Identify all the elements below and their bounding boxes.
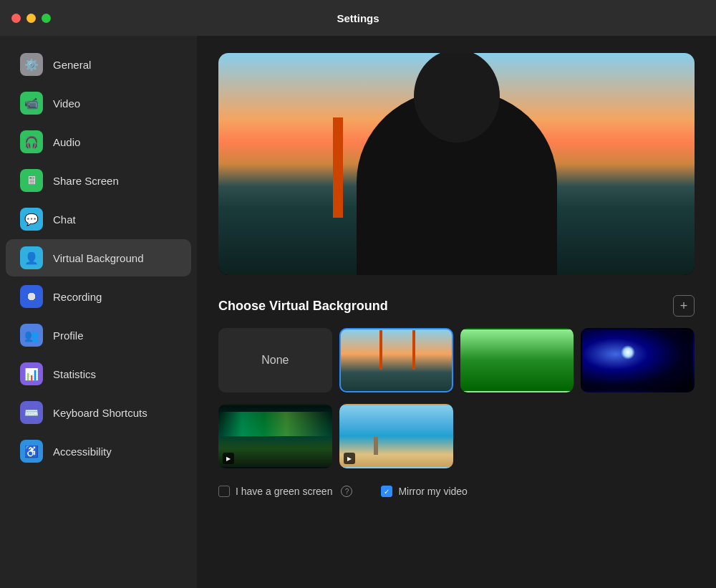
sidebar-label-general: General [53,59,91,71]
recording-icon: ⏺ [20,285,43,308]
aurora-lights [220,412,331,436]
sidebar-item-statistics[interactable]: 📊 Statistics [6,355,191,392]
background-grass[interactable] [460,328,574,392]
thumb-star [621,345,635,360]
empty-slot-2 [581,404,695,468]
sidebar-item-keyboard-shortcuts[interactable]: ⌨️ Keyboard Shortcuts [6,394,191,431]
fullscreen-button[interactable] [42,14,51,23]
empty-slot-1 [460,404,574,468]
chat-icon: 💬 [20,208,43,231]
add-background-button[interactable]: + [673,295,695,317]
help-icon[interactable]: ? [341,486,352,497]
traffic-lights [11,14,51,23]
sidebar-item-profile[interactable]: 👥 Profile [6,317,191,354]
section-header: Choose Virtual Background + [218,295,695,317]
mirror-video-checkbox[interactable]: ✓ [381,486,392,497]
titlebar: Settings [0,0,716,36]
sidebar-item-general[interactable]: ⚙️ General [6,46,191,83]
sidebar-label-virtual-background: Virtual Background [53,252,143,264]
mirror-video-option[interactable]: ✓ Mirror my video [381,486,467,497]
sidebar: ⚙️ General 📹 Video 🎧 Audio 🖥 Share Scree… [0,36,197,588]
sidebar-item-accessibility[interactable]: ♿ Accessibility [6,433,191,470]
background-golden-gate[interactable] [339,328,453,392]
beach-video-icon: ▶ [344,453,355,464]
sidebar-label-statistics: Statistics [53,368,96,380]
background-grid-row2: ▶ ▶ [218,404,695,468]
background-grid-row1: None [218,328,695,392]
close-button[interactable] [11,14,21,23]
background-none[interactable]: None [218,328,332,392]
sidebar-item-virtual-background[interactable]: 👤 Virtual Background [6,239,191,276]
minimize-button[interactable] [26,14,36,23]
accessibility-icon: ♿ [20,440,43,463]
sidebar-item-recording[interactable]: ⏺ Recording [6,278,191,315]
sidebar-label-profile: Profile [53,329,84,342]
sidebar-label-recording: Recording [53,291,102,303]
sidebar-label-keyboard-shortcuts: Keyboard Shortcuts [53,407,147,419]
bridge-tower-left [333,117,343,218]
green-screen-label: I have a green screen [236,486,332,497]
profile-icon: 👥 [20,324,43,347]
background-aurora[interactable]: ▶ [218,404,332,468]
sidebar-item-audio[interactable]: 🎧 Audio [6,123,191,160]
preview-background [218,53,695,275]
sidebar-label-share-screen: Share Screen [53,175,119,187]
section-title: Choose Virtual Background [218,299,388,314]
sidebar-label-audio: Audio [53,136,80,148]
person-head [414,53,500,143]
thumb-tower-left [379,330,382,370]
palm-tree [374,437,378,455]
main-layout: ⚙️ General 📹 Video 🎧 Audio 🖥 Share Scree… [0,36,716,588]
green-screen-checkbox[interactable] [218,486,230,497]
sidebar-item-share-screen[interactable]: 🖥 Share Screen [6,162,191,199]
video-icon: 📹 [20,92,43,115]
sidebar-item-video[interactable]: 📹 Video [6,85,191,122]
content-area: Choose Virtual Background + None [197,36,716,588]
window-title: Settings [337,12,379,24]
green-screen-option[interactable]: I have a green screen ? [218,486,352,497]
general-icon: ⚙️ [20,53,43,76]
sidebar-label-accessibility: Accessibility [53,445,112,458]
sidebar-label-chat: Chat [53,213,76,226]
statistics-icon: 📊 [20,362,43,385]
thumb-tower-right [412,330,415,370]
keyboard-icon: ⌨️ [20,401,43,424]
mirror-video-label: Mirror my video [398,486,467,497]
person-body [357,89,557,275]
sidebar-label-video: Video [53,97,80,110]
footer-options: I have a green screen ? ✓ Mirror my vide… [218,486,695,503]
video-preview [218,53,695,275]
virtual-background-icon: 👤 [20,246,43,269]
share-screen-icon: 🖥 [20,169,43,192]
background-space[interactable] [581,328,695,392]
none-label: None [261,354,289,367]
audio-icon: 🎧 [20,130,43,153]
sidebar-item-chat[interactable]: 💬 Chat [6,201,191,238]
aurora-video-icon: ▶ [223,453,234,464]
background-beach[interactable]: ▶ [339,404,453,468]
